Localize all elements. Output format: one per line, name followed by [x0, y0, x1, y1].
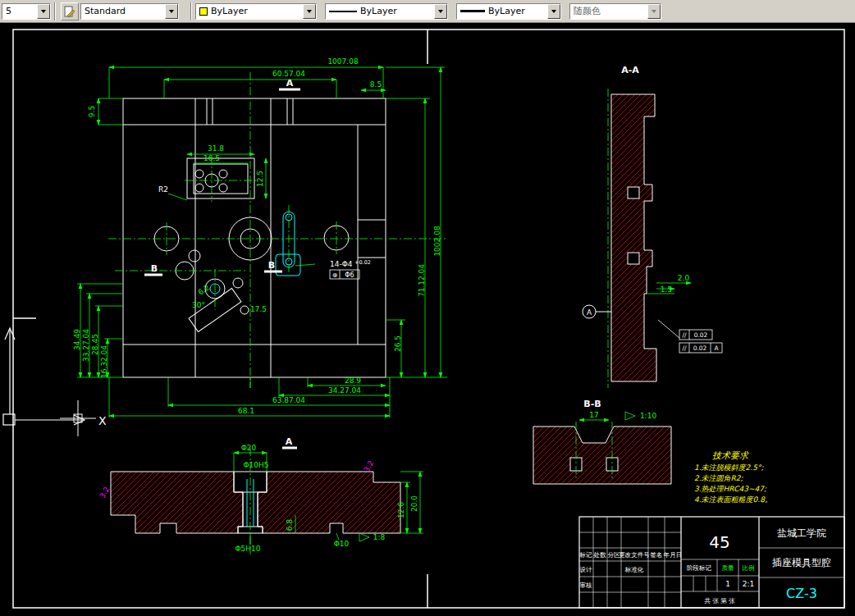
- dim-depth-1: 20.0: [410, 495, 418, 512]
- angle-label: 30°: [192, 301, 205, 309]
- gdt-1-symbol: //: [682, 331, 687, 339]
- col-change-doc-label: 更改文件号: [619, 551, 650, 559]
- dim-block-inner: 16.5: [203, 154, 220, 162]
- taper-label-front: 1:8: [373, 533, 386, 541]
- material-value: 45: [709, 532, 729, 552]
- taper-label-bb: 1:10: [640, 412, 656, 420]
- dim-pin-head: Φ20: [241, 444, 257, 452]
- dim-left-3: 28.45: [91, 334, 99, 355]
- gdt-leader: [658, 320, 679, 338]
- lineweight-combo[interactable]: ByLayer: [456, 3, 561, 20]
- stage-label: 阶段标记: [687, 564, 712, 572]
- section-bb-view: B-B 17 1:10: [533, 399, 671, 484]
- gdt-2-datum: A: [714, 345, 719, 352]
- section-aa-insert-2: [628, 253, 639, 264]
- dim-left-2: 33.27.04: [82, 329, 90, 362]
- datum-a-label: A: [587, 308, 592, 317]
- finish-mark-left: 3.2: [98, 486, 111, 500]
- dim-bottom-2: 34.27.04: [328, 386, 361, 395]
- color-combo-arrow-icon[interactable]: [303, 4, 316, 19]
- tech-note-line-3: 3.热处理HRC43~47;: [694, 485, 767, 493]
- dim-right-offset: 8.5: [370, 80, 382, 89]
- plan-view-aux-geometry: [210, 212, 300, 294]
- section-label-a-top: A: [286, 78, 294, 89]
- layer-combo-value: 5: [2, 6, 37, 16]
- scale-value: 2:1: [743, 580, 754, 588]
- section-aa-insert-1: [628, 187, 639, 198]
- dim-right-1: 1002.08: [433, 226, 441, 256]
- lineweight-combo-arrow-icon[interactable]: [547, 4, 560, 19]
- text-style-combo-arrow-icon[interactable]: [165, 4, 178, 19]
- toolbar-separator: [190, 2, 192, 21]
- dim-inner-width: 60.57.04: [272, 70, 305, 78]
- scale-label: 比例: [743, 564, 755, 572]
- lineweight-sample-icon: [460, 10, 485, 12]
- dim-depth-2: 12.6: [397, 502, 405, 518]
- dim-bottom-4: 68.1: [238, 407, 254, 415]
- tech-notes-title: 技术要求: [712, 450, 750, 461]
- text-style-icon: [64, 6, 75, 17]
- sheet-count-label: 共 张 第 张: [704, 597, 735, 605]
- section-aa-view: A-A 1.5 2.0 A // 0.02: [583, 65, 722, 388]
- front-section-view: Φ20 Φ10H5 20.0 12.6 Φ5H10 Φ10 6.8 1:8 3.…: [98, 436, 423, 554]
- gdt-2-tolerance: 0.02: [693, 345, 707, 352]
- col-mark-label: 标记: [579, 551, 593, 559]
- dim-bottom-1: 28.9: [345, 376, 361, 385]
- row-check-label: 审核: [580, 582, 593, 589]
- linetype-combo-arrow-icon[interactable]: [434, 4, 447, 19]
- section-aa-body: [611, 94, 656, 381]
- plan-view-dimension-lines: [77, 67, 447, 418]
- drawing-number: CZ-3: [786, 586, 817, 601]
- title-block: 45 盐城工学院 插座模具型腔 CZ-3 标记 处数 分区 更改文件号 签名 年…: [579, 517, 845, 608]
- mass-label: 质量: [722, 564, 735, 572]
- color-combo[interactable]: ByLayer: [195, 3, 317, 20]
- plot-style-combo-arrow-icon: [647, 4, 661, 19]
- radius-label: R2: [158, 185, 168, 194]
- plot-style-combo: 随颜色: [569, 3, 661, 20]
- text-style-combo[interactable]: Standard: [80, 3, 179, 20]
- linetype-sample-icon: [329, 11, 357, 12]
- row-standard-label: 标准化: [624, 566, 644, 573]
- section-bb-body: [533, 427, 671, 484]
- col-count-label: 处数: [593, 551, 607, 559]
- color-swatch-icon: [199, 7, 208, 16]
- col-date-label: 年月日: [663, 551, 683, 559]
- dim-pin-diameter: Φ10H5: [243, 461, 268, 469]
- linetype-combo-value: ByLayer: [357, 6, 434, 16]
- dim-step-2: 2.0: [678, 274, 690, 282]
- crosshair-cursor: [60, 400, 96, 436]
- front-section-right-body: [258, 472, 400, 533]
- dim-block-width: 31.8: [208, 144, 224, 153]
- dim-left-1: 34.49: [73, 329, 81, 350]
- section-label-a-bottom: A: [286, 436, 293, 447]
- dim-total-width: 1007.08: [327, 57, 358, 66]
- dim-bottom-hole: Φ5H10: [235, 545, 260, 553]
- col-sign-label: 签名: [651, 551, 663, 559]
- section-label-b-right: B: [268, 260, 275, 271]
- dim-block-height: 12.5: [256, 171, 264, 187]
- layer-combo[interactable]: 5: [2, 3, 51, 20]
- dim-right-hole: Φ10: [334, 540, 350, 548]
- part-name: 插座模具型腔: [772, 557, 831, 568]
- dim-left-offset: 9.5: [88, 106, 96, 117]
- section-label-b-left: B: [151, 263, 158, 274]
- color-combo-value: ByLayer: [208, 6, 303, 16]
- section-bb-dim-width: 17: [589, 411, 598, 419]
- text-style-button[interactable]: [61, 2, 79, 21]
- sheet-number-value: 1: [725, 580, 730, 588]
- dim-bottom-3: 63.87.04: [272, 396, 305, 404]
- slot-width: 17.5: [250, 305, 267, 313]
- layer-combo-arrow-icon[interactable]: [37, 4, 50, 19]
- dim-stem: 6.8: [286, 519, 294, 532]
- tech-note-line-4: 4.未注表面粗糙度0.8。: [694, 495, 772, 504]
- plan-view-geometry: [123, 98, 386, 377]
- holes-gdt-symbol: ⊕: [332, 271, 338, 279]
- section-aa-title: A-A: [621, 65, 639, 75]
- dim-right-2: 71.12.04: [418, 264, 426, 297]
- drawing-canvas[interactable]: 1007.08 60.57.04 8.5 9.5 31.8 16.5 12.5 …: [0, 23, 855, 616]
- gdt-1-tolerance: 0.02: [694, 331, 708, 339]
- company-name: 盐城工学院: [777, 527, 826, 539]
- holes-gdt-value: Φ6: [345, 271, 354, 279]
- ucs-x-axis-label: X: [98, 414, 107, 427]
- linetype-combo[interactable]: ByLayer: [325, 3, 448, 20]
